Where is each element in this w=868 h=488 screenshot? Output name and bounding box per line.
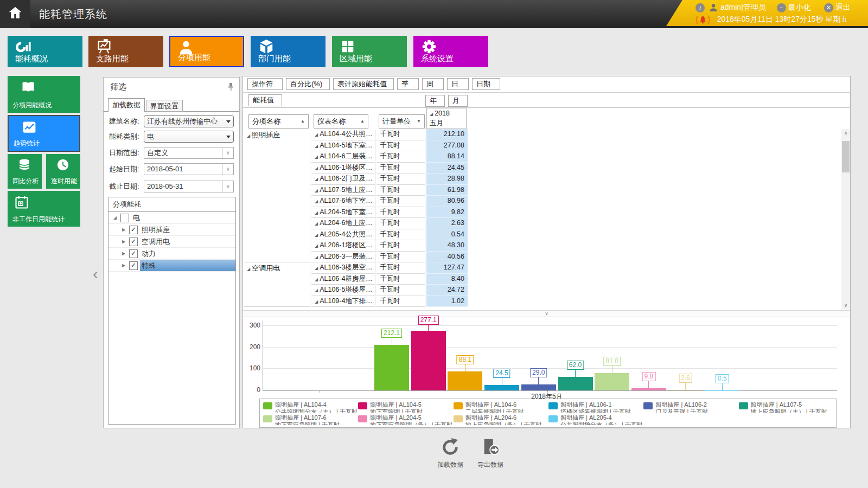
measure-chip[interactable]: 能耗值 xyxy=(248,94,282,106)
operator-chip-百分比(%)[interactable]: 百分比(%) xyxy=(286,78,330,90)
unit-cell[interactable]: 千瓦时 xyxy=(376,174,425,185)
unit-cell[interactable]: 千瓦时 xyxy=(376,140,425,152)
nav-tile-department-energy[interactable]: 部门用能 xyxy=(251,36,326,67)
meter-cell[interactable]: ◢AL205-4公共照… xyxy=(311,229,375,241)
unit-cell[interactable]: 千瓦时 xyxy=(376,207,425,219)
operator-chip-周[interactable]: 周 xyxy=(422,78,444,90)
start-date-input[interactable]: 2018-05-01∨ xyxy=(144,163,234,175)
collapse-panel-chevron[interactable]: ‹ xyxy=(90,265,101,283)
collapsed-icon[interactable]: ▶ xyxy=(120,263,127,268)
unit-cell[interactable]: 千瓦时 xyxy=(376,285,425,296)
minimize-label[interactable]: 最小化 xyxy=(788,3,811,12)
collapsed-icon[interactable]: ▶ xyxy=(120,227,127,232)
date-range-select[interactable]: 自定义∨ xyxy=(144,147,234,159)
end-date-input[interactable]: 2018-05-31∨ xyxy=(144,181,234,192)
pivot-field-month[interactable]: 月▲ xyxy=(448,95,468,107)
meter-cell[interactable]: ◢AL106-4群房屋… xyxy=(311,274,375,285)
value-cell[interactable]: 40.56 xyxy=(426,252,468,263)
meter-cell[interactable]: ◢AL206-3一层装… xyxy=(311,252,375,263)
group-cell[interactable]: ◢空调用电 xyxy=(244,262,310,307)
unit-cell[interactable]: 千瓦时 xyxy=(376,229,425,241)
sidebar-item-nonworkday-statistics[interactable]: 12 非工作日用能统计 xyxy=(8,191,80,227)
scrollbar-thumb[interactable] xyxy=(842,141,850,172)
checkbox-unchecked[interactable] xyxy=(120,214,129,222)
nav-tile-energy-overview[interactable]: 能耗概况 xyxy=(8,36,82,67)
nav-tile-subitem-energy[interactable]: 分项用能 xyxy=(169,36,244,67)
unit-cell[interactable]: 千瓦时 xyxy=(376,129,425,140)
operator-chip-日[interactable]: 日 xyxy=(447,78,469,90)
column-header-unit[interactable]: 计量单位▼ xyxy=(379,114,425,129)
home-button[interactable] xyxy=(0,0,30,28)
info-icon[interactable]: i xyxy=(695,3,705,12)
unit-cell[interactable]: 千瓦时 xyxy=(376,151,425,163)
unit-cell[interactable]: 千瓦时 xyxy=(376,240,425,252)
value-cell[interactable]: 80.96 xyxy=(426,196,468,207)
value-cell[interactable]: 0.54 xyxy=(426,229,468,241)
unit-cell[interactable]: 千瓦时 xyxy=(376,196,425,207)
meter-cell[interactable]: ◢AL104-4公共照… xyxy=(311,129,375,140)
value-cell[interactable]: 8.40 xyxy=(426,274,468,285)
unit-cell[interactable]: 千瓦时 xyxy=(376,274,425,285)
tree-item-动力[interactable]: ▶✓动力 xyxy=(108,248,235,260)
checkbox-checked[interactable]: ✓ xyxy=(129,249,138,258)
nav-tile-area-energy[interactable]: 区域用能 xyxy=(332,36,407,67)
operator-chip-操作符[interactable]: 操作符 xyxy=(247,78,283,90)
meter-cell[interactable]: ◢AL107-6地下室… xyxy=(311,196,375,207)
tree-item-特殊[interactable]: ▶✓特殊 xyxy=(108,260,235,272)
value-cell[interactable]: 277.08 xyxy=(426,140,468,152)
meter-cell[interactable]: ◢AL106-3楼层空… xyxy=(311,262,375,274)
unit-cell[interactable]: 千瓦时 xyxy=(376,218,425,229)
sidebar-item-subitem-overview[interactable]: 分项用能概况 xyxy=(8,76,80,113)
tree-item-照明插座[interactable]: ▶✓照明插座 xyxy=(108,224,235,236)
building-select[interactable]: 江苏有线苏州传输中心 xyxy=(144,115,234,127)
column-header-meter[interactable]: 仪表名称▲ xyxy=(314,114,368,129)
value-cell[interactable]: 9.82 xyxy=(426,207,468,219)
meter-cell[interactable]: ◢AL104-5地下室… xyxy=(311,140,375,152)
unit-cell[interactable]: 千瓦时 xyxy=(376,262,425,274)
checkbox-checked[interactable]: ✓ xyxy=(129,237,138,246)
pivot-year-cell[interactable]: ◢2018 xyxy=(426,108,467,119)
unit-cell[interactable]: 千瓦时 xyxy=(376,163,425,174)
checkbox-checked[interactable]: ✓ xyxy=(129,226,138,234)
tree-item-电[interactable]: ◢电 xyxy=(108,212,235,224)
energy-type-select[interactable]: 电 xyxy=(144,131,234,143)
unit-cell[interactable]: 千瓦时 xyxy=(376,252,425,263)
vertical-scrollbar[interactable]: ∧ ∨ xyxy=(841,129,850,310)
unit-cell[interactable]: 千瓦时 xyxy=(376,296,425,307)
value-cell[interactable]: 127.47 xyxy=(426,262,468,274)
value-cell[interactable]: 1.02 xyxy=(426,296,468,307)
checkbox-checked[interactable]: ✓ xyxy=(129,261,138,270)
tab-ui-settings[interactable]: 界面设置 xyxy=(146,100,183,112)
meter-cell[interactable]: ◢AL109-4地下排… xyxy=(311,296,375,307)
meter-cell[interactable]: ◢AL106-1塔楼区… xyxy=(311,163,375,174)
export-data-button[interactable]: 导出数据 xyxy=(477,438,503,470)
pin-icon[interactable] xyxy=(228,83,234,93)
alarm-icon[interactable]: ( xyxy=(695,15,698,24)
value-cell[interactable]: 61.98 xyxy=(426,185,468,196)
sidebar-item-hourly-energy[interactable]: 逐时用能 xyxy=(46,154,80,189)
sidebar-item-trend-statistics[interactable]: 趋势统计 xyxy=(8,115,80,152)
expanded-icon[interactable]: ◢ xyxy=(112,215,118,220)
value-cell[interactable]: 212.10 xyxy=(426,129,468,140)
meter-cell[interactable]: ◢AL104-6二层装… xyxy=(311,151,375,163)
pivot-field-year[interactable]: 年▲ xyxy=(425,95,445,107)
logout-label[interactable]: 退出 xyxy=(835,3,851,12)
meter-cell[interactable]: ◢AL106-2门卫及… xyxy=(311,174,375,185)
meter-cell[interactable]: ◢AL107-5地上应… xyxy=(311,185,375,196)
operator-chip-表计原始能耗值[interactable]: 表计原始能耗值 xyxy=(333,78,394,90)
value-cell[interactable]: 2.63 xyxy=(426,218,468,229)
meter-cell[interactable]: ◢AL106-5塔楼屋… xyxy=(311,285,375,296)
unit-cell[interactable]: 千瓦时 xyxy=(376,185,425,196)
minimize-icon[interactable]: − xyxy=(777,3,786,12)
close-icon[interactable]: ✕ xyxy=(824,3,833,12)
value-cell[interactable]: 88.14 xyxy=(426,151,468,163)
splitter-handle[interactable]: ∨ xyxy=(243,310,850,317)
operator-chip-日期[interactable]: 日期 xyxy=(472,78,500,90)
value-cell[interactable]: 24.45 xyxy=(426,163,468,174)
value-cell[interactable]: 24.72 xyxy=(426,285,468,296)
scroll-down-arrow[interactable]: ∨ xyxy=(841,301,850,310)
tree-item-空调用电[interactable]: ▶✓空调用电 xyxy=(108,236,235,248)
reload-data-button[interactable]: 加载数据 xyxy=(437,438,463,470)
sidebar-item-yoy-analysis[interactable]: 同比分析 xyxy=(8,154,42,189)
group-cell[interactable]: ◢照明插座 xyxy=(244,129,310,262)
